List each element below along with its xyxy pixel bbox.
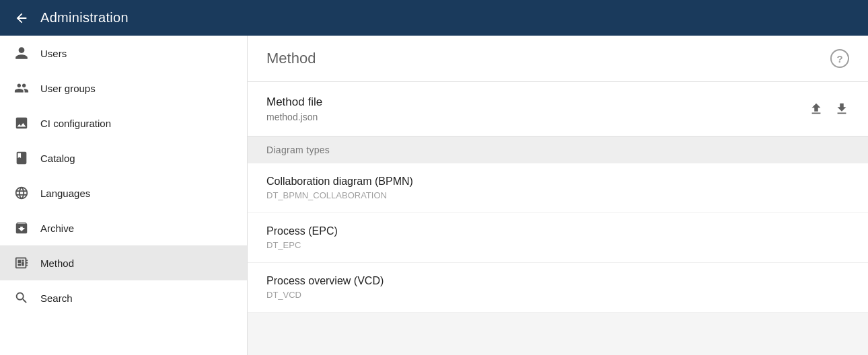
diagram-item-bpmn-code: DT_BPMN_COLLABORATION xyxy=(266,190,849,200)
method-file-actions xyxy=(809,102,849,116)
group-icon xyxy=(13,80,30,96)
diagram-item-vcd-code: DT_VCD xyxy=(266,290,849,300)
sidebar-item-user-groups-label: User groups xyxy=(40,83,96,94)
sidebar-item-archive[interactable]: Archive xyxy=(0,210,247,245)
sidebar-item-ci-configuration-label: CI configuration xyxy=(40,118,111,129)
diagram-types-header: Diagram types xyxy=(248,136,868,163)
globe-icon xyxy=(13,185,30,201)
sidebar-item-languages-label: Languages xyxy=(40,188,90,199)
help-button[interactable]: ? xyxy=(830,49,849,68)
back-button[interactable] xyxy=(11,7,32,29)
sidebar-item-method[interactable]: Method xyxy=(0,245,247,280)
main-layout: Users User groups CI configuration Catal… xyxy=(0,36,868,355)
book-icon xyxy=(13,150,30,166)
app-header: Administration xyxy=(0,0,868,36)
content-header: Method ? xyxy=(248,36,868,82)
sidebar-item-search-label: Search xyxy=(40,292,73,304)
sidebar-item-users-label: Users xyxy=(40,48,67,59)
upload-button[interactable] xyxy=(809,102,824,116)
app-title: Administration xyxy=(40,10,129,26)
method-file-label: Method file xyxy=(266,95,322,109)
search-icon xyxy=(13,290,30,306)
diagram-item-epc-code: DT_EPC xyxy=(266,240,849,250)
diagram-item-bpmn[interactable]: Collaboration diagram (BPMN) DT_BPMN_COL… xyxy=(248,163,868,213)
method-file-name: method.json xyxy=(266,112,322,122)
sidebar-item-users[interactable]: Users xyxy=(0,36,247,71)
image-icon xyxy=(13,115,30,131)
sidebar-item-catalog-label: Catalog xyxy=(40,153,75,164)
content-title: Method xyxy=(266,50,316,67)
sidebar-item-user-groups[interactable]: User groups xyxy=(0,71,247,106)
sidebar-item-languages[interactable]: Languages xyxy=(0,175,247,210)
sidebar-item-method-label: Method xyxy=(40,258,74,269)
sidebar-item-archive-label: Archive xyxy=(40,223,74,234)
diagram-item-vcd-title: Process overview (VCD) xyxy=(266,275,849,287)
diagram-item-vcd[interactable]: Process overview (VCD) DT_VCD xyxy=(248,263,868,313)
method-file-info: Method file method.json xyxy=(266,95,322,122)
content-area: Method ? Method file method.json xyxy=(248,36,868,355)
help-icon: ? xyxy=(836,53,842,65)
diagram-item-bpmn-title: Collaboration diagram (BPMN) xyxy=(266,175,849,188)
sidebar-item-catalog[interactable]: Catalog xyxy=(0,141,247,175)
sitemap-icon xyxy=(13,255,30,271)
sidebar-item-ci-configuration[interactable]: CI configuration xyxy=(0,106,247,141)
diagram-item-epc-title: Process (EPC) xyxy=(266,225,849,237)
diagram-item-epc[interactable]: Process (EPC) DT_EPC xyxy=(248,213,868,263)
sidebar-item-search[interactable]: Search xyxy=(0,280,247,315)
person-icon xyxy=(13,45,30,61)
sidebar: Users User groups CI configuration Catal… xyxy=(0,36,248,355)
download-button[interactable] xyxy=(834,102,849,116)
archive-icon xyxy=(13,220,30,236)
method-file-section: Method file method.json xyxy=(248,82,868,136)
diagram-types-label: Diagram types xyxy=(266,145,330,155)
